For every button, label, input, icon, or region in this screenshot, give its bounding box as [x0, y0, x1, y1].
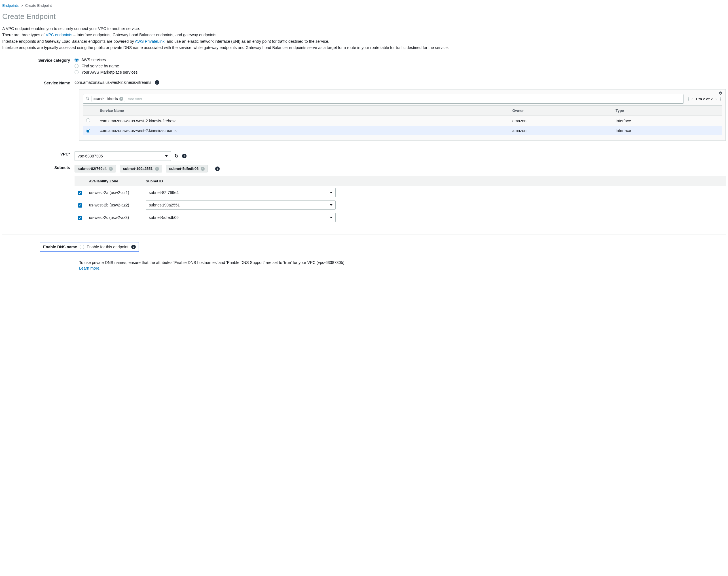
- breadcrumb-root-link[interactable]: Endpoints: [2, 3, 19, 8]
- gear-icon[interactable]: [719, 91, 723, 96]
- page-last-icon[interactable]: ›|: [720, 96, 720, 101]
- subnet-select-value: subnet-5dfedb06: [149, 215, 179, 220]
- cell-owner: amazon: [509, 126, 612, 135]
- subnet-select-value: subnet-82f769e4: [149, 190, 179, 195]
- service-row[interactable]: com.amazonaws.us-west-2.kinesis-firehose…: [83, 116, 722, 126]
- svg-line-1: [88, 99, 89, 100]
- col-subnet-id[interactable]: Subnet ID: [142, 176, 709, 186]
- radio-icon: [75, 70, 79, 74]
- service-table: Service Name Owner Type com.amazonaws.us…: [83, 105, 722, 135]
- checkbox[interactable]: [78, 216, 82, 220]
- page-prev-icon[interactable]: ‹: [692, 96, 693, 101]
- chevron-down-icon: [330, 217, 332, 218]
- service-row[interactable]: com.amazonaws.us-west-2.kinesis-streams …: [83, 126, 722, 135]
- svg-point-0: [86, 97, 88, 99]
- col-service-name[interactable]: Service Name: [97, 106, 509, 116]
- vpc-endpoints-link[interactable]: VPC endpoints: [46, 33, 72, 37]
- col-owner[interactable]: Owner: [509, 106, 612, 116]
- divider: [2, 234, 726, 234]
- intro-line4: Interface endpoints are typically access…: [2, 45, 726, 50]
- service-category-option-aws[interactable]: AWS services: [75, 57, 726, 62]
- subnets-label: Subnets: [2, 165, 75, 170]
- subnet-tags: subnet-82f769e4 × subnet-199a2551 × subn…: [75, 165, 726, 172]
- search-icon: [85, 96, 90, 102]
- search-chip[interactable]: search : kinesis ×: [91, 96, 125, 102]
- chip-remove-icon[interactable]: ×: [119, 97, 123, 101]
- checkbox[interactable]: [78, 191, 82, 195]
- radio-icon[interactable]: [86, 118, 90, 122]
- info-icon[interactable]: i: [182, 154, 187, 158]
- breadcrumb: Endpoints > Create Endpoint: [2, 2, 726, 10]
- service-category-label: Service category: [2, 57, 75, 63]
- divider: [2, 146, 726, 146]
- radio-icon: [75, 64, 79, 68]
- service-category-row: Service category AWS services Find servi…: [2, 57, 726, 76]
- radio-label: Find service by name: [81, 64, 119, 68]
- vpc-label: VPC*: [2, 151, 75, 156]
- cell-az: us-west-2a (usw2-az1): [86, 186, 142, 199]
- tag-remove-icon[interactable]: ×: [155, 167, 159, 171]
- enable-dns-checkbox-label: Enable for this endpoint: [87, 245, 128, 249]
- subnet-tag[interactable]: subnet-5dfedb06 ×: [166, 165, 208, 172]
- service-category-option-marketplace[interactable]: Your AWS Marketplace services: [75, 70, 726, 75]
- cell-az: us-west-2b (usw2-az2): [86, 199, 142, 211]
- cell-owner: amazon: [509, 116, 612, 126]
- subnets-row: Subnets subnet-82f769e4 × subnet-199a255…: [2, 165, 726, 224]
- breadcrumb-separator: >: [21, 3, 23, 8]
- service-search[interactable]: search : kinesis ×: [83, 94, 684, 104]
- service-category-option-findbyname[interactable]: Find service by name: [75, 64, 726, 68]
- subnet-select-value: subnet-199a2551: [149, 203, 180, 207]
- subnet-table: Availability Zone Subnet ID us-west-2a (…: [75, 176, 726, 224]
- info-icon[interactable]: i: [131, 245, 136, 249]
- learn-more-link[interactable]: Learn more.: [79, 266, 100, 270]
- subnet-row: us-west-2b (usw2-az2) subnet-199a2551: [75, 199, 726, 211]
- radio-label: Your AWS Marketplace services: [81, 70, 137, 75]
- breadcrumb-current: Create Endpoint: [25, 3, 52, 8]
- service-name-label: Service Name: [2, 80, 75, 85]
- subnet-row: us-west-2c (usw2-az3) subnet-5dfedb06: [75, 211, 726, 224]
- tag-remove-icon[interactable]: ×: [109, 167, 113, 171]
- dns-note-text: To use private DNS names, ensure that th…: [79, 260, 726, 266]
- enable-dns-highlight: Enable DNS name Enable for this endpoint…: [40, 242, 139, 252]
- enable-dns-checkbox[interactable]: [80, 245, 84, 249]
- refresh-icon[interactable]: ↻: [174, 153, 179, 159]
- pagination: |‹ ‹ 1 to 2 of 2 › ›|: [684, 96, 722, 101]
- info-icon[interactable]: i: [215, 167, 220, 171]
- subnet-select[interactable]: subnet-199a2551: [146, 201, 336, 209]
- chevron-down-icon: [330, 204, 332, 206]
- intro-text: A VPC endpoint enables you to securely c…: [2, 26, 726, 50]
- radio-label: AWS services: [81, 57, 106, 62]
- radio-icon: [75, 58, 79, 62]
- page-first-icon[interactable]: |‹: [688, 96, 688, 101]
- subnet-tag[interactable]: subnet-82f769e4 ×: [75, 165, 116, 172]
- cell-type: Interface: [612, 116, 722, 126]
- enable-dns-row: Enable DNS name Enable for this endpoint…: [2, 239, 726, 252]
- page-info: 1 to 2 of 2: [695, 97, 713, 101]
- cell-type: Interface: [612, 126, 722, 135]
- checkbox[interactable]: [78, 203, 82, 208]
- service-table-panel: search : kinesis × |‹ ‹ 1 to 2 of 2 › ›|…: [79, 89, 726, 141]
- info-icon[interactable]: i: [155, 80, 159, 85]
- dns-note: To use private DNS names, ensure that th…: [79, 260, 726, 271]
- service-name-value: com.amazonaws.us-west-2.kinesis-streams: [75, 80, 152, 85]
- service-name-row: Service Name com.amazonaws.us-west-2.kin…: [2, 80, 726, 85]
- aws-privatelink-link[interactable]: AWS PrivateLink: [135, 39, 165, 44]
- chevron-down-icon: [165, 155, 168, 157]
- cell-service-name: com.amazonaws.us-west-2.kinesis-firehose: [97, 116, 509, 126]
- cell-service-name: com.amazonaws.us-west-2.kinesis-streams: [97, 126, 509, 135]
- subnet-select[interactable]: subnet-82f769e4: [146, 188, 336, 197]
- col-availability-zone[interactable]: Availability Zone: [86, 176, 142, 186]
- page-next-icon[interactable]: ›: [716, 96, 717, 101]
- intro-line1: A VPC endpoint enables you to securely c…: [2, 26, 726, 31]
- intro-line3: Interface endpoints and Gateway Load Bal…: [2, 38, 726, 44]
- tag-remove-icon[interactable]: ×: [201, 167, 205, 171]
- subnet-select[interactable]: subnet-5dfedb06: [146, 213, 336, 222]
- radio-icon[interactable]: [86, 129, 90, 133]
- search-input[interactable]: [127, 94, 683, 103]
- vpc-select[interactable]: vpc-63387305: [75, 151, 171, 161]
- col-type[interactable]: Type: [612, 106, 722, 116]
- enable-dns-label: Enable DNS name: [43, 245, 77, 249]
- subnet-tag[interactable]: subnet-199a2551 ×: [120, 165, 162, 172]
- vpc-value: vpc-63387305: [78, 154, 103, 158]
- cell-az: us-west-2c (usw2-az3): [86, 211, 142, 224]
